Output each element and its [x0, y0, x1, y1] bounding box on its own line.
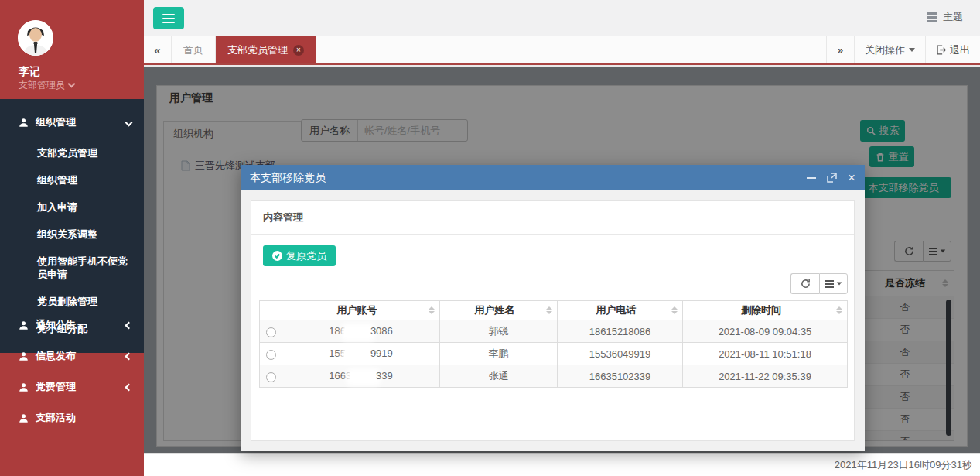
cell-name: 郭锐 — [440, 320, 558, 343]
row-radio[interactable] — [266, 350, 276, 360]
chevron-down-icon — [68, 80, 76, 88]
cell-phone: 18615218086 — [558, 320, 683, 343]
avatar[interactable] — [18, 20, 53, 56]
modal-table-toolbar — [251, 266, 854, 300]
app-window: 李记 支部管理员 组织管理 支部党员管理 组织管理 加入申请 组织关系调整 使用… — [0, 0, 980, 476]
remove-members-modal: 本支部移除党员 × 内容管理 复原党员 — [241, 165, 865, 451]
sidebar-item-info-publish[interactable]: 信息发布 — [0, 341, 144, 372]
logout-button[interactable]: 退出 — [925, 36, 980, 63]
tabs-scroll-left-button[interactable]: « — [144, 36, 172, 63]
user-name: 李记 — [19, 65, 40, 79]
cell-deleted-time: 2021-08-11 10:51:18 — [683, 343, 848, 365]
columns-button[interactable] — [819, 273, 848, 294]
sort-icon — [546, 306, 552, 314]
list-icon — [825, 280, 834, 288]
table-row: 1863086 郭锐 18615218086 2021-08-09 09:04:… — [260, 320, 848, 343]
theme-button[interactable]: 主题 — [927, 10, 963, 24]
tab-home[interactable]: 首页 — [172, 36, 216, 63]
sidebar-toggle-button[interactable] — [153, 7, 184, 29]
minimize-icon[interactable] — [807, 177, 816, 179]
sidebar-item-dues[interactable]: 党费管理 — [0, 372, 144, 402]
sidebar-item-org-management[interactable]: 组织管理 — [0, 108, 144, 136]
cell-account: 1663339 — [282, 365, 440, 388]
chevron-down-icon — [125, 118, 133, 126]
cell-deleted-time: 2021-08-09 09:04:35 — [683, 320, 848, 343]
table-row: 1559919 李鹏 15536049919 2021-08-11 10:51:… — [260, 343, 848, 365]
content-management-panel: 内容管理 复原党员 — [251, 200, 855, 441]
cell-phone: 16635102339 — [558, 365, 683, 388]
user-role-dropdown[interactable]: 支部管理员 — [19, 79, 74, 92]
tab-close-icon[interactable]: × — [293, 45, 304, 56]
row-radio[interactable] — [266, 372, 276, 382]
refresh-icon — [801, 279, 811, 289]
sort-icon — [429, 306, 435, 314]
sidebar-item-label: 组织管理 — [36, 115, 76, 129]
column-header-phone[interactable]: 用户电话 — [558, 301, 683, 320]
modal-header[interactable]: 本支部移除党员 × — [241, 165, 865, 190]
caret-down-icon — [836, 283, 841, 286]
footer: 2021年11月23日16时09分31秒 — [144, 453, 980, 476]
sidebar-subitem-join-request[interactable]: 加入申请 — [0, 193, 144, 221]
column-header-select — [260, 301, 282, 320]
redaction-blur — [344, 327, 372, 337]
refresh-button[interactable] — [790, 273, 819, 294]
tab-branch-members-active[interactable]: 支部党员管理 × — [216, 36, 316, 63]
close-operations-dropdown[interactable]: 关闭操作 — [854, 36, 925, 63]
sidebar-item-notices[interactable]: 通知公告 — [0, 310, 144, 341]
caret-down-icon — [909, 48, 915, 52]
cell-name: 张通 — [440, 365, 558, 388]
column-header-name[interactable]: 用户姓名 — [440, 301, 558, 320]
sidebar-subitem-no-smartphone[interactable]: 使用智能手机不便党员申请 — [0, 248, 144, 288]
person-icon — [19, 351, 29, 361]
redaction-blur — [344, 350, 372, 360]
column-header-deleted-time[interactable]: 删除时间 — [683, 301, 848, 320]
cell-account: 1863086 — [282, 320, 440, 343]
restore-member-button[interactable]: 复原党员 — [263, 245, 336, 266]
close-icon[interactable]: × — [848, 171, 855, 184]
removed-members-table: 用户账号 用户姓名 用户电话 删除时间 1863086 郭锐 186152180… — [259, 300, 848, 388]
footer-timestamp: 2021年11月23日16时09分31秒 — [835, 458, 972, 472]
cell-account: 1559919 — [282, 343, 440, 365]
sort-icon — [836, 306, 842, 314]
table-row: 1663339 张通 16635102339 2021-11-22 09:35:… — [260, 365, 848, 388]
cell-name: 李鹏 — [440, 343, 558, 365]
tabs-scroll-right-button[interactable]: » — [826, 36, 854, 63]
chevron-left-icon — [125, 321, 133, 329]
maximize-icon[interactable] — [827, 173, 837, 183]
person-icon — [19, 413, 29, 423]
sidebar-nav-collapsed: 通知公告 信息发布 党费管理 支部活动 — [0, 310, 144, 433]
cell-phone: 15536049919 — [558, 343, 683, 365]
row-radio[interactable] — [266, 327, 276, 337]
sidebar-subitem-org-management[interactable]: 组织管理 — [0, 166, 144, 193]
sort-icon — [671, 306, 678, 314]
tabbar: « 首页 支部党员管理 × » 关闭操作 退出 — [144, 36, 980, 65]
sidebar-item-activities[interactable]: 支部活动 — [0, 402, 144, 433]
modal-body: 内容管理 复原党员 — [241, 190, 865, 451]
section-title: 内容管理 — [251, 201, 854, 235]
cell-deleted-time: 2021-11-22 09:35:39 — [683, 365, 848, 388]
topbar: 主题 — [144, 0, 980, 36]
theme-icon — [927, 12, 937, 22]
sidebar: 李记 支部管理员 组织管理 支部党员管理 组织管理 加入申请 组织关系调整 使用… — [0, 0, 144, 476]
chevron-left-icon — [125, 352, 133, 360]
logout-icon — [936, 45, 946, 55]
person-icon — [19, 320, 29, 330]
column-header-account[interactable]: 用户账号 — [282, 301, 440, 320]
modal-title: 本支部移除党员 — [250, 171, 326, 185]
sidebar-subitem-relation-adjust[interactable]: 组织关系调整 — [0, 221, 144, 248]
chevron-left-icon — [125, 383, 133, 391]
person-icon — [19, 118, 29, 128]
sidebar-subitem-branch-members[interactable]: 支部党员管理 — [0, 139, 144, 166]
check-circle-icon — [272, 251, 282, 261]
redaction-blur — [350, 372, 377, 382]
person-icon — [19, 382, 29, 392]
